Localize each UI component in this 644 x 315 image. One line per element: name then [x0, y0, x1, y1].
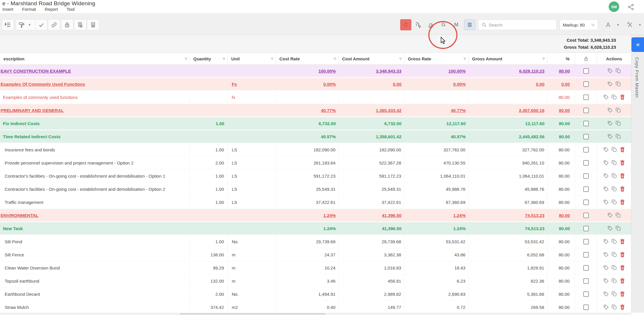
cell-percent[interactable]: 80.00 — [547, 183, 575, 195]
cell-cost-rate[interactable]: 0.40 — [276, 301, 339, 313]
cell-gross-amount[interactable]: 74,513.23 — [469, 222, 547, 235]
lock-checkbox[interactable] — [583, 239, 589, 244]
delete-icon[interactable] — [619, 304, 625, 310]
cell-quantity[interactable] — [190, 91, 228, 103]
cell-unit[interactable]: Fx — [228, 78, 276, 90]
cell-percent[interactable]: 80.00 — [547, 65, 575, 77]
chevron-down-icon[interactable]: ▼ — [636, 19, 643, 30]
cell-cost-rate[interactable]: 591,172.23 — [276, 170, 339, 182]
copy-icon[interactable] — [615, 120, 621, 126]
scrollbar-thumb[interactable] — [180, 313, 326, 314]
copy-icon[interactable] — [615, 212, 621, 218]
tag-icon[interactable] — [603, 252, 609, 258]
tag-icon[interactable] — [603, 160, 609, 166]
tag-icon[interactable] — [607, 120, 613, 126]
cell-percent[interactable]: 80.00 — [547, 196, 575, 208]
tag-icon[interactable] — [603, 278, 609, 284]
tag-icon[interactable] — [603, 94, 609, 100]
cell-description[interactable]: Examples of commonly used functions — [0, 91, 190, 103]
copy-icon[interactable] — [611, 304, 617, 310]
cell-gross-amount[interactable]: 1,829.91 — [469, 262, 547, 274]
cell-gross-amount[interactable]: 822.36 — [469, 275, 547, 287]
cell-percent[interactable]: 80.00 — [547, 91, 575, 103]
delete-icon[interactable] — [619, 291, 625, 297]
lock-checkbox[interactable] — [583, 134, 589, 139]
cell-gross-amount[interactable]: 269.58 — [469, 301, 547, 313]
lock-checkbox[interactable] — [583, 304, 589, 310]
cell-quantity[interactable] — [190, 130, 228, 143]
cell-gross-rate[interactable]: 40.77% — [404, 104, 469, 116]
cell-description[interactable]: Provide personnel supervision and projec… — [0, 157, 190, 169]
cell-unit[interactable] — [228, 222, 276, 235]
column-lock[interactable] — [575, 53, 597, 64]
cell-quantity[interactable]: 2.00 — [190, 288, 228, 300]
cell-unit[interactable]: LS — [228, 144, 276, 156]
cell-description[interactable]: Straw Mulch — [0, 301, 190, 313]
tag-icon[interactable] — [607, 212, 613, 218]
cell-description[interactable]: Silt Pond — [0, 235, 190, 248]
cell-description[interactable]: Earthbund Decant — [0, 288, 190, 300]
cell-cost-amount[interactable]: 1,358,601.42 — [339, 130, 404, 143]
copy-icon[interactable] — [615, 134, 621, 139]
cell-unit[interactable]: m2 — [228, 301, 276, 313]
cell-unit[interactable]: LS — [228, 157, 276, 169]
cell-cost-amount[interactable]: 591,172.23 — [339, 170, 404, 182]
cell-description[interactable]: Time Related Indirect Costs — [0, 130, 190, 143]
cell-quantity[interactable] — [190, 222, 228, 235]
cell-percent[interactable]: 80.00 — [547, 222, 575, 235]
sort-caret-icon[interactable]: ▽ — [399, 57, 402, 60]
cell-percent[interactable]: 80.00 — [547, 209, 575, 221]
cell-cost-amount[interactable]: 0.00 — [339, 78, 404, 90]
cell-unit[interactable]: fx — [228, 91, 276, 103]
lock-checkbox[interactable] — [583, 121, 589, 126]
markup-field[interactable]: Markup: 80 % — [560, 20, 598, 30]
cell-cost-amount[interactable]: 41,396.50 — [339, 209, 404, 221]
column-description[interactable]: escription▽ — [0, 53, 190, 64]
tag-icon[interactable] — [607, 68, 613, 74]
cell-description[interactable]: ENVIRONMENTAL — [0, 209, 190, 221]
lock-checkbox[interactable] — [583, 291, 589, 297]
cell-gross-amount[interactable]: 2,445,482.56 — [469, 130, 547, 143]
cell-percent[interactable]: 80.00 — [547, 157, 575, 169]
cell-cost-rate[interactable]: 24.37 — [276, 249, 339, 261]
copy-icon[interactable] — [611, 252, 617, 258]
cell-quantity[interactable]: 1.00 — [190, 170, 228, 182]
cell-gross-amount[interactable]: 0.00 — [469, 78, 547, 90]
cell-unit[interactable]: No. — [228, 288, 276, 300]
cell-gross-amount[interactable]: 940,261.10 — [469, 157, 547, 169]
cell-gross-rate[interactable]: 45,988.76 — [404, 183, 469, 195]
cell-gross-rate[interactable]: 0.72 — [404, 301, 469, 313]
cell-quantity[interactable] — [190, 209, 228, 221]
cell-cost-amount[interactable]: 25,549.31 — [339, 183, 404, 195]
cell-quantity[interactable] — [190, 65, 228, 77]
cell-description[interactable]: Clean Water Diversion Bund — [0, 262, 190, 274]
cell-gross-amount[interactable]: 53,531.42 — [469, 235, 547, 248]
lock-checkbox[interactable] — [583, 81, 589, 87]
column-cost-rate[interactable]: Cost Rate▽ — [276, 53, 339, 64]
cell-cost-amount[interactable] — [339, 91, 404, 103]
lock-checkbox[interactable] — [583, 213, 589, 218]
column-gross-amount[interactable]: Gross Amount▽ — [469, 53, 547, 64]
lock-checkbox[interactable] — [583, 108, 589, 113]
cell-description[interactable]: Silt Fence — [0, 249, 190, 261]
chevron-down-icon[interactable]: ▼ — [28, 23, 31, 27]
cell-quantity[interactable]: 1.00 — [190, 144, 228, 156]
cell-gross-rate[interactable]: 327,762.00 — [404, 144, 469, 156]
lock-checkbox[interactable] — [583, 173, 589, 179]
copy-icon[interactable] — [611, 291, 617, 297]
cell-percent[interactable]: 80.00 — [547, 275, 575, 287]
copy-icon[interactable] — [615, 107, 621, 113]
lock-checkbox[interactable] — [583, 68, 589, 74]
cell-gross-rate[interactable]: 1.24% — [404, 209, 469, 221]
check-icon[interactable] — [35, 19, 47, 30]
cell-unit[interactable] — [228, 130, 276, 143]
cell-cost-rate[interactable]: 25,549.31 — [276, 183, 339, 195]
tag-icon[interactable] — [603, 186, 609, 192]
delete-icon[interactable] — [619, 160, 625, 166]
cell-gross-amount[interactable] — [469, 91, 547, 103]
cell-cost-rate[interactable]: 1,494.91 — [276, 288, 339, 300]
tag-icon[interactable] — [603, 291, 609, 297]
cell-quantity[interactable]: 1.00 — [190, 196, 228, 208]
cell-cost-amount[interactable]: 522,367.28 — [339, 157, 404, 169]
search-box[interactable] — [478, 20, 556, 30]
